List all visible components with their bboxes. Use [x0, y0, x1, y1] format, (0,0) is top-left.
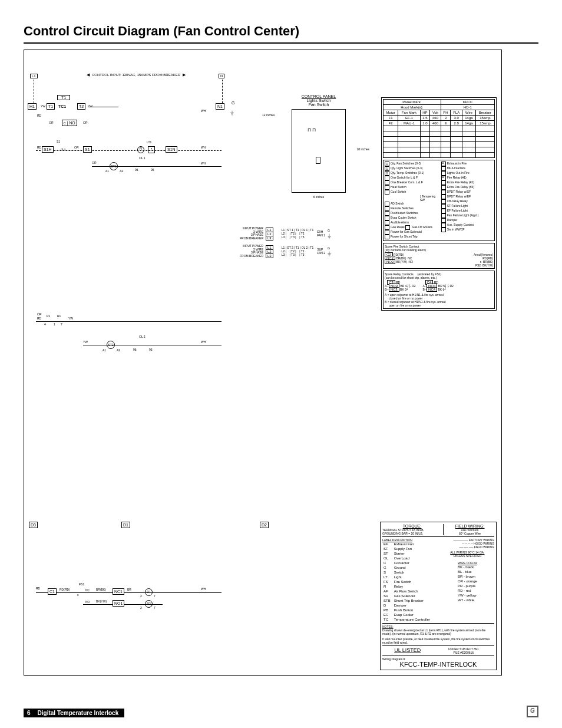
- r1-lbl-b: R1: [57, 314, 61, 318]
- ol1-95: 95: [151, 168, 154, 172]
- d1-box: D1: [121, 522, 130, 528]
- nc4: NC4: [427, 287, 437, 292]
- spare-fire-sub: (dry contacts for building alarm): [385, 248, 493, 252]
- panel-mark-lbl: Panel Mark:: [384, 100, 441, 105]
- r2-coil: R2: [145, 600, 153, 608]
- wire-yw-lower: YW: [68, 317, 73, 320]
- hood-mark-lbl: Hood Mark(s):: [384, 105, 441, 110]
- ground-icon-2: ⏚: [328, 232, 331, 239]
- s1-box: S1: [83, 146, 92, 153]
- wire-br: BR: [127, 588, 131, 591]
- ol2-95: 95: [149, 348, 153, 351]
- lt1-lamp: ×: [148, 146, 155, 153]
- no2: NO2: [385, 259, 395, 264]
- control-input-label: CONTROL INPUT: 120VAC, 15AMPS FROM BREAK…: [92, 73, 180, 77]
- st2-a2: A2: [117, 348, 120, 352]
- fan-switch-label: Fan Switch: [260, 103, 378, 107]
- ol2-96: 96: [133, 348, 137, 351]
- a2-label: A2: [120, 169, 123, 173]
- t2-box: T2: [77, 103, 85, 110]
- nc3: NC3: [389, 287, 399, 292]
- ground-icon-3: ⏚: [328, 250, 331, 256]
- wire-yw: YW: [41, 104, 45, 108]
- label-desc-title: LABEL DESCRIPTION: [382, 538, 441, 542]
- title-rule: [24, 42, 538, 44]
- s1n-box: S1N: [166, 146, 177, 153]
- ol2-label: OL 2: [139, 335, 146, 338]
- legend-panel: TORQUE: TERMINAL STRIPS = 18 IN/LB. GROU…: [380, 522, 497, 670]
- st1-coil: ST1: [110, 162, 118, 170]
- bk-yw: BK(YW): [96, 599, 107, 603]
- wire-yw-3: YW: [83, 340, 88, 344]
- fs1-label: FS1: [79, 582, 84, 586]
- t1-fuse: T1: [57, 95, 70, 100]
- wire-or: OR: [49, 121, 54, 124]
- wire-color-title: WIRE COLOR: [441, 561, 494, 565]
- nc1-box: NC1: [113, 588, 124, 595]
- spare-relay-sub: (can be used for shunt trip, alarms, etc…: [385, 276, 493, 279]
- wire-wh-3: WH: [201, 340, 206, 344]
- page-title: Control Circuit Diagram (Fan Control Cen…: [24, 24, 538, 39]
- wire-wh: WH: [201, 146, 206, 149]
- control-panel-label: CONTROL PANEL: [260, 94, 378, 98]
- r1-4: 4: [44, 322, 46, 326]
- fs1-c: c: [77, 593, 79, 597]
- l1-terminal: L1: [30, 74, 38, 78]
- ul-listed: UL LISTED: [382, 647, 433, 654]
- input-power-1: INPUT POWER 3 WIRE 3 PHASE FROM BREAKER: [230, 227, 263, 240]
- lt1-label: LT1: [147, 140, 151, 144]
- r1-7: 7: [61, 322, 62, 326]
- ol1-96: 96: [135, 168, 138, 172]
- fan1-label: FAN 1: [317, 233, 325, 237]
- br-bk: BR(BK): [96, 588, 106, 591]
- dim-18: 18 inches: [357, 147, 369, 151]
- h1-terminal: H1: [28, 103, 37, 110]
- dim-6: 6 inches: [260, 195, 378, 199]
- model-code: KFCC-TEMP-INTERLOCK: [382, 661, 494, 668]
- c-no-box: c | NO: [62, 120, 77, 126]
- wire-rd-lower: RD: [37, 317, 41, 320]
- diagram-frame: L1 CONTROL INPUT: 120VAC, 15AMPS FROM BR…: [24, 50, 502, 676]
- wire-wh-2: WH: [201, 162, 206, 165]
- lights-switch-label: Lights Switch: [260, 98, 378, 103]
- wire-or-2: OR: [83, 121, 88, 124]
- fan2-label: FAN 2: [317, 251, 325, 255]
- g-label: G: [232, 101, 234, 105]
- wire-or-4: OR: [92, 161, 97, 164]
- l3-b: L3: [266, 253, 273, 258]
- ol1-label: OL 1: [139, 156, 146, 160]
- panel-enclosure: ⊓ ⊓: [292, 109, 346, 193]
- n-terminal: N: [219, 74, 224, 78]
- n1-terminal: N1: [216, 103, 224, 110]
- field-wiring-title: FIELD WIRING:: [445, 524, 494, 528]
- r-coil: R: [137, 146, 144, 153]
- panel-mark-val: KFCC: [441, 100, 494, 105]
- st2-a1: A1: [103, 348, 106, 352]
- no1-box: NO1: [113, 600, 124, 607]
- st2-coil: ST2: [107, 341, 115, 349]
- torque-title: TORQUE:: [382, 524, 442, 528]
- s1-label: S1: [57, 140, 60, 143]
- wire-rd-fs: RD: [36, 587, 40, 590]
- arrow-right-icon: [181, 73, 186, 77]
- s1h-box: S1H: [42, 146, 54, 153]
- wire-rd: RD: [37, 114, 41, 117]
- fs1-nc: NC: [85, 588, 90, 592]
- d2-box: D2: [260, 522, 269, 528]
- r1-1: 1: [54, 322, 55, 326]
- t1-box: T1: [47, 103, 55, 110]
- a1-label: A1: [105, 169, 109, 173]
- wire-wh-n1: WH: [201, 109, 206, 113]
- input-power-2: INPUT POWER 3 WIRE 3 PHASE FROM BREAKER: [230, 245, 263, 258]
- dim-12: 12 inches: [262, 113, 275, 117]
- wire-wh-fs: WH: [201, 587, 206, 591]
- hood-mark-val: HD-1: [441, 105, 494, 110]
- wire-or-lower: OR: [37, 312, 42, 316]
- tc1-label: TC1: [58, 104, 66, 108]
- wire-rd-2: RD: [37, 146, 41, 149]
- rd-rd: RD(RD): [59, 588, 70, 591]
- fs1-no: NO: [85, 600, 90, 604]
- r1-coil: R1: [145, 588, 153, 596]
- footer-label: Digital Temperature Interlock: [34, 709, 125, 717]
- c1-box: C1: [48, 588, 57, 595]
